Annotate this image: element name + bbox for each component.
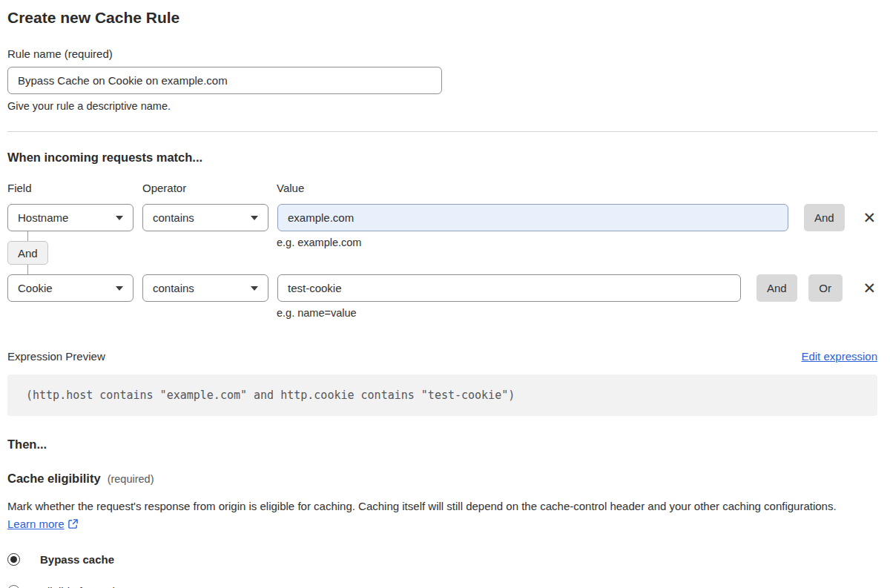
expression-preview-header: Expression Preview Edit expression (7, 350, 877, 363)
field-column-label: Field (7, 182, 142, 194)
chevron-down-icon (116, 286, 123, 291)
connector-line-bottom (27, 265, 28, 274)
chevron-down-icon (116, 216, 123, 220)
add-and-button-row2[interactable]: And (756, 274, 797, 302)
operator-select-row2[interactable]: contains (142, 274, 268, 302)
operator-select-row2-value: contains (153, 282, 194, 294)
create-cache-rule-page: Create new Cache Rule Rule name (require… (0, 0, 890, 588)
then-heading: Then... (7, 437, 877, 452)
connector-line-top (27, 231, 28, 241)
match-column-labels: Field Operator Value (7, 182, 877, 194)
remove-row2-button close-icon[interactable]: ✕ (863, 280, 876, 296)
external-link-icon (67, 517, 79, 535)
add-or-button-row2[interactable]: Or (808, 274, 843, 302)
field-select-row1-value: Hostname (18, 211, 68, 224)
value-input-row1[interactable] (277, 204, 788, 231)
field-select-row1[interactable]: Hostname (7, 204, 134, 231)
rule-name-label: Rule name (required) (7, 47, 877, 60)
match-row-2: Cookie contains And Or ✕ (7, 274, 877, 302)
radio-label-bypass: Bypass cache (40, 553, 114, 566)
value-input-row2[interactable] (277, 274, 741, 302)
radio-selected-icon[interactable] (7, 553, 20, 566)
and-connector: And (7, 231, 48, 274)
expression-preview-code: (http.host contains "example.com" and ht… (7, 374, 877, 416)
required-tag: (required) (108, 473, 154, 485)
match-row-1: Hostname contains And ✕ (7, 204, 877, 231)
radio-label-eligible: Eligible for cache (40, 585, 125, 588)
chevron-down-icon (251, 286, 258, 291)
page-title: Create new Cache Rule (7, 8, 877, 27)
field-select-row2-value: Cookie (18, 282, 53, 294)
operator-column-label: Operator (142, 182, 277, 194)
cache-eligibility-heading: Cache eligibility (7, 472, 101, 486)
rule-name-helper: Give your rule a descriptive name. (7, 100, 877, 112)
cache-eligibility-description: Mark whether the request's response from… (7, 498, 868, 535)
operator-select-row1[interactable]: contains (142, 204, 268, 231)
value-hint-row1: e.g. example.com (277, 231, 877, 248)
edit-expression-link[interactable]: Edit expression (801, 350, 877, 363)
expression-preview-label: Expression Preview (7, 350, 105, 363)
value-column-label: Value (277, 182, 304, 194)
radio-option-eligible-for-cache[interactable]: Eligible for cache (7, 585, 877, 588)
section-divider (7, 131, 877, 132)
radio-option-bypass-cache[interactable]: Bypass cache (7, 553, 877, 566)
cache-eligibility-heading-row: Cache eligibility (required) (7, 472, 877, 486)
learn-more-link[interactable]: Learn more (7, 518, 65, 530)
and-connector-button[interactable]: And (7, 241, 48, 265)
rule-name-input[interactable] (7, 67, 442, 94)
description-text: Mark whether the request's response from… (7, 500, 837, 512)
value-hint-row2: e.g. name=value (277, 302, 877, 319)
add-and-button-row1[interactable]: And (804, 204, 845, 231)
match-section-heading: When incoming requests match... (7, 151, 877, 165)
field-select-row2[interactable]: Cookie (7, 274, 134, 302)
remove-row1-button close-icon[interactable]: ✕ (863, 210, 876, 225)
radio-unselected-icon[interactable] (7, 585, 20, 588)
row-gap: And e.g. example.com (7, 231, 877, 274)
operator-select-row1-value: contains (153, 211, 194, 224)
chevron-down-icon (251, 216, 258, 220)
